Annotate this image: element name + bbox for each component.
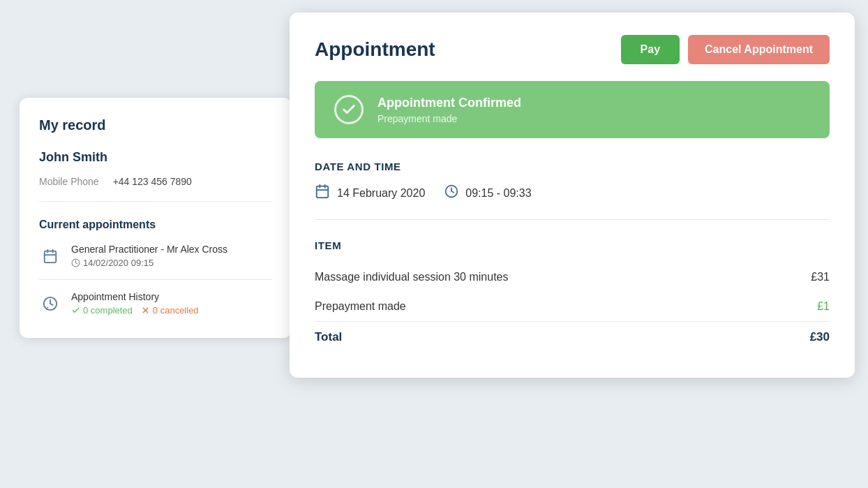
svg-rect-0 — [45, 251, 57, 263]
clock-icon — [444, 184, 458, 202]
svg-rect-9 — [317, 186, 329, 198]
history-title: Appointment History — [71, 291, 199, 302]
time-display: 09:15 - 09:33 — [444, 184, 531, 202]
modal-header: Appointment Pay Cancel Appointment — [315, 35, 830, 64]
item-section: ITEM Massage individual session 30 minut… — [315, 239, 830, 353]
appointment-modal: Appointment Pay Cancel Appointment Appoi… — [290, 13, 855, 378]
modal-title: Appointment — [315, 38, 435, 61]
header-buttons: Pay Cancel Appointment — [621, 35, 830, 64]
pay-button[interactable]: Pay — [621, 35, 680, 64]
history-details: Appointment History 0 completed 0 cancel… — [71, 291, 199, 316]
my-record-title: My record — [39, 117, 272, 133]
total-price: £30 — [810, 330, 830, 344]
history-icon — [39, 293, 61, 315]
total-label: Total — [315, 330, 342, 344]
item-row-total: Total £30 — [315, 322, 830, 353]
appointment-datetime: 14/02/2020 09:15 — [71, 258, 227, 268]
cancelled-count: 0 cancelled — [141, 305, 199, 316]
appointment-name: General Practitioner - Mr Alex Cross — [71, 244, 227, 255]
time-value: 09:15 - 09:33 — [465, 187, 531, 200]
completed-count: 0 completed — [71, 305, 133, 316]
appointment-item[interactable]: General Practitioner - Mr Alex Cross 14/… — [39, 244, 272, 280]
current-appointments-label: Current appointments — [39, 219, 272, 231]
confirmed-text: Appointment Confirmed Prepayment made — [377, 96, 521, 124]
datetime-row: 14 February 2020 09:15 - 09:33 — [315, 184, 830, 220]
calendar-icon — [39, 245, 61, 267]
left-panel: My record John Smith Mobile Phone +44 12… — [20, 98, 292, 338]
item-row-massage: Massage individual session 30 minutes £3… — [315, 263, 830, 292]
cancel-appointment-button[interactable]: Cancel Appointment — [688, 35, 830, 64]
item-section-label: ITEM — [315, 239, 830, 251]
item-name: Massage individual session 30 minutes — [315, 271, 508, 283]
date-display: 14 February 2020 — [315, 184, 425, 202]
prepayment-label: Prepayment made — [315, 300, 406, 313]
date-value: 14 February 2020 — [337, 187, 425, 200]
history-item[interactable]: Appointment History 0 completed 0 cancel… — [39, 291, 272, 316]
confirmed-banner: Appointment Confirmed Prepayment made — [315, 81, 830, 138]
checkmark-circle — [334, 95, 364, 124]
date-section-label: DATE AND TIME — [315, 161, 830, 172]
appointment-details: General Practitioner - Mr Alex Cross 14/… — [71, 244, 227, 268]
calendar-icon — [315, 184, 330, 202]
contact-label: Mobile Phone — [39, 176, 99, 187]
item-row-prepayment: Prepayment made £1 — [315, 292, 830, 321]
confirmed-title: Appointment Confirmed — [377, 96, 521, 110]
item-price: £31 — [811, 271, 830, 283]
patient-name: John Smith — [39, 150, 272, 165]
prepayment-price: £1 — [817, 300, 830, 313]
contact-value: +44 123 456 7890 — [113, 176, 192, 187]
contact-row: Mobile Phone +44 123 456 7890 — [39, 176, 272, 202]
history-counts: 0 completed 0 cancelled — [71, 305, 199, 316]
confirmed-subtitle: Prepayment made — [377, 113, 521, 124]
